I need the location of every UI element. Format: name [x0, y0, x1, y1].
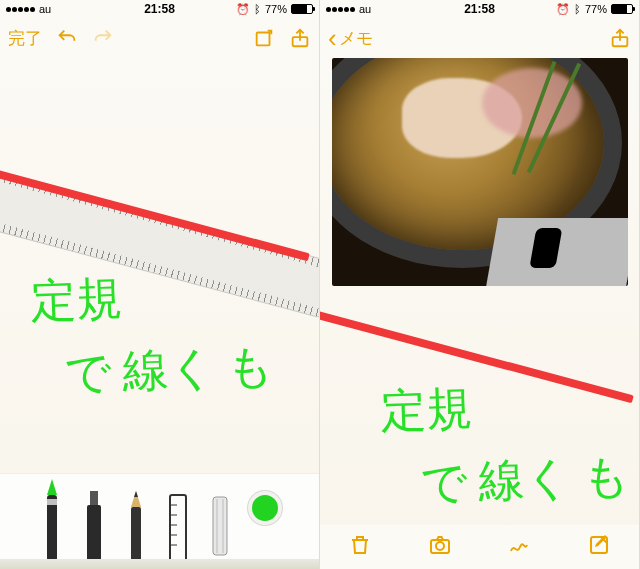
- svg-rect-6: [90, 491, 98, 505]
- ruler-button[interactable]: [164, 471, 192, 561]
- svg-rect-4: [47, 499, 57, 505]
- redo-button[interactable]: [92, 27, 114, 49]
- battery-icon: [611, 4, 633, 14]
- carrier-label: au: [359, 3, 371, 15]
- bluetooth-icon: ᛒ: [574, 3, 581, 15]
- nav-bar: ‹ メモ: [320, 18, 639, 58]
- screen-note: au 21:58 ⏰ ᛒ 77% ‹ メモ: [320, 0, 640, 569]
- screen-drawing: au 21:58 ⏰ ᛒ 77% 完了: [0, 0, 320, 569]
- share-button[interactable]: [609, 27, 631, 49]
- clock: 21:58: [464, 2, 495, 16]
- svg-marker-9: [134, 491, 138, 497]
- handwriting-2: で 線く も: [63, 334, 275, 406]
- signal-dots-icon: [6, 7, 35, 12]
- battery-pct: 77%: [585, 3, 607, 15]
- svg-rect-5: [87, 505, 101, 561]
- bluetooth-icon: ᛒ: [254, 3, 261, 15]
- marker-tool[interactable]: [80, 471, 108, 561]
- chevron-left-icon: ‹: [328, 25, 337, 51]
- back-button[interactable]: ‹ メモ: [328, 25, 373, 51]
- alarm-icon: ⏰: [556, 3, 570, 16]
- svg-rect-16: [213, 497, 227, 555]
- nav-bar: 完了: [0, 18, 319, 58]
- handwriting-2: で 線く も: [419, 444, 631, 516]
- battery-icon: [291, 4, 313, 14]
- camera-button[interactable]: [428, 533, 452, 561]
- compose-button[interactable]: [587, 533, 611, 561]
- battery-pct: 77%: [265, 3, 287, 15]
- svg-rect-0: [257, 33, 270, 46]
- carrier-label: au: [39, 3, 51, 15]
- status-bar: au 21:58 ⏰ ᛒ 77%: [0, 0, 319, 18]
- svg-marker-3: [47, 479, 57, 495]
- undo-button[interactable]: [56, 27, 78, 49]
- eraser-tool[interactable]: [206, 471, 234, 561]
- back-label: メモ: [339, 27, 373, 50]
- svg-point-21: [436, 542, 444, 550]
- trash-button[interactable]: [348, 533, 372, 561]
- pen-tool[interactable]: [38, 471, 66, 561]
- alarm-icon: ⏰: [236, 3, 250, 16]
- sketch-button[interactable]: [507, 533, 531, 561]
- handwriting-1: 定規: [379, 376, 473, 444]
- rotate-button[interactable]: [253, 27, 275, 49]
- pencil-tool[interactable]: [122, 471, 150, 561]
- note-body[interactable]: 定規 で 線く も: [320, 58, 639, 569]
- tool-tray: [0, 473, 319, 569]
- status-bar: au 21:58 ⏰ ᛒ 77%: [320, 0, 639, 18]
- signal-dots-icon: [326, 7, 355, 12]
- clock: 21:58: [144, 2, 175, 16]
- svg-rect-7: [131, 507, 141, 561]
- done-button[interactable]: 完了: [8, 27, 42, 50]
- share-button[interactable]: [289, 27, 311, 49]
- attached-photo[interactable]: [332, 58, 628, 286]
- color-picker[interactable]: [248, 491, 282, 525]
- handwriting-1: 定規: [29, 266, 123, 334]
- drawn-line: [320, 310, 634, 403]
- bottom-toolbar: [320, 525, 639, 569]
